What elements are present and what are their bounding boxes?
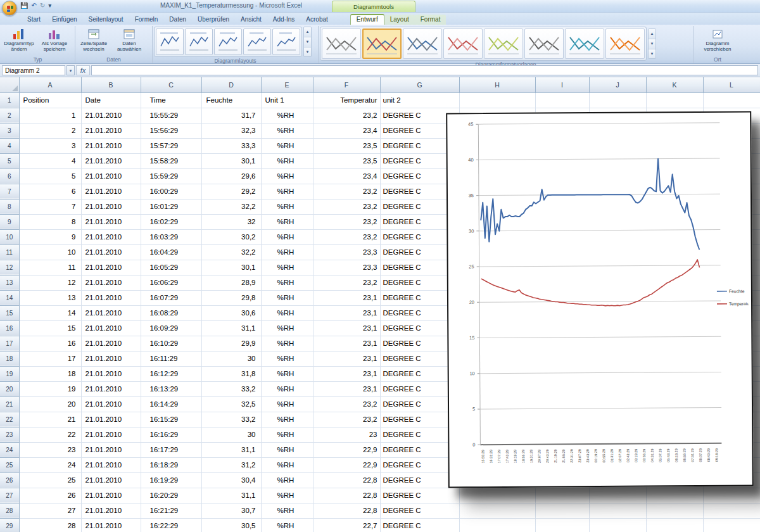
column-header-K[interactable]: K <box>646 77 703 92</box>
cell-I29[interactable] <box>535 518 589 532</box>
cell-E26[interactable]: %RH <box>261 472 313 488</box>
undo-icon[interactable]: ↶ <box>31 1 36 10</box>
column-header-I[interactable]: I <box>535 77 589 92</box>
switch-row-column-button[interactable]: Zeile/Spalte wechseln <box>77 27 111 56</box>
cell-A25[interactable]: 24 <box>19 457 81 472</box>
cell-E24[interactable]: %RH <box>261 442 313 457</box>
cell-F16[interactable]: 23,1 <box>313 320 380 336</box>
chart-layout-thumbnail[interactable] <box>243 28 271 55</box>
office-button[interactable] <box>2 1 17 16</box>
cell-B28[interactable]: 21.01.2010 <box>81 503 141 518</box>
cell-E19[interactable]: %RH <box>261 366 313 381</box>
row-header-22[interactable]: 22 <box>0 412 19 427</box>
cell-B21[interactable]: 21.01.2010 <box>81 396 141 412</box>
tab-start[interactable]: Start <box>22 15 46 25</box>
cell-F27[interactable]: 22,8 <box>313 488 380 503</box>
cell-F10[interactable]: 23,2 <box>313 229 380 244</box>
scroll-up-icon[interactable]: ▲ <box>649 29 656 39</box>
cell-D20[interactable]: 33,2 <box>201 381 261 396</box>
cell-E12[interactable]: %RH <box>261 260 313 275</box>
change-chart-type-button[interactable]: Diagrammtyp ändern <box>2 27 36 56</box>
cell-E9[interactable]: %RH <box>261 214 313 229</box>
cell-G26[interactable]: DEGREE C <box>380 472 459 488</box>
cell-F19[interactable]: 23,1 <box>313 366 380 381</box>
cell-B11[interactable]: 21.01.2010 <box>81 244 141 260</box>
cell-E7[interactable]: %RH <box>261 184 313 199</box>
cell-I1[interactable] <box>535 92 589 108</box>
cell-E3[interactable]: %RH <box>261 123 313 138</box>
row-header-5[interactable]: 5 <box>0 153 19 168</box>
cell-D1[interactable]: Feuchte <box>201 92 261 108</box>
cell-B19[interactable]: 21.01.2010 <box>81 366 141 381</box>
cell-A1[interactable]: Position <box>19 92 81 108</box>
cell-C18[interactable]: 16:11:29 <box>141 351 201 366</box>
cell-D27[interactable]: 31,1 <box>201 488 261 503</box>
cell-K1[interactable] <box>646 92 703 108</box>
row-header-1[interactable]: 1 <box>0 92 19 108</box>
cell-K28[interactable] <box>646 503 703 518</box>
cell-E18[interactable]: %RH <box>261 351 313 366</box>
cell-E22[interactable]: %RH <box>261 412 313 427</box>
scroll-down-icon[interactable]: ▼ <box>649 39 656 49</box>
cell-D11[interactable]: 32,2 <box>201 244 261 260</box>
cell-C26[interactable]: 16:19:29 <box>141 472 201 488</box>
cell-B9[interactable]: 21.01.2010 <box>81 214 141 229</box>
cell-D15[interactable]: 30,6 <box>201 305 261 320</box>
cell-C1[interactable]: Time <box>141 92 201 108</box>
row-header-28[interactable]: 28 <box>0 503 19 518</box>
redo-icon[interactable]: ↻ <box>40 1 45 10</box>
cell-A7[interactable]: 6 <box>19 184 81 199</box>
cell-B2[interactable]: 21.01.2010 <box>81 108 141 123</box>
cell-J28[interactable] <box>589 503 646 518</box>
cell-B5[interactable]: 21.01.2010 <box>81 153 141 168</box>
cell-F7[interactable]: 23,2 <box>313 184 380 199</box>
styles-gallery-scroll[interactable]: ▲ ▼ ▼ <box>648 28 656 59</box>
cell-D21[interactable]: 32,5 <box>201 396 261 412</box>
insert-function-button[interactable]: fx <box>76 65 90 75</box>
cell-B4[interactable]: 21.01.2010 <box>81 138 141 153</box>
row-header-4[interactable]: 4 <box>0 138 19 153</box>
cell-C28[interactable]: 16:21:29 <box>141 503 201 518</box>
cell-C10[interactable]: 16:03:29 <box>141 229 201 244</box>
tab-acrobat[interactable]: Acrobat <box>300 15 333 25</box>
cell-E27[interactable]: %RH <box>261 488 313 503</box>
cell-A15[interactable]: 14 <box>19 305 81 320</box>
cell-D12[interactable]: 30,1 <box>201 260 261 275</box>
row-header-25[interactable]: 25 <box>0 457 19 472</box>
cell-F20[interactable]: 23,1 <box>313 381 380 396</box>
cell-B17[interactable]: 21.01.2010 <box>81 336 141 351</box>
cell-E21[interactable]: %RH <box>261 396 313 412</box>
chart-style-thumbnail-7[interactable] <box>565 28 604 59</box>
cell-F26[interactable]: 22,8 <box>313 472 380 488</box>
cell-C3[interactable]: 15:56:29 <box>141 123 201 138</box>
cell-A28[interactable]: 27 <box>19 503 81 518</box>
cell-D9[interactable]: 32 <box>201 214 261 229</box>
cell-C11[interactable]: 16:04:29 <box>141 244 201 260</box>
row-header-27[interactable]: 27 <box>0 488 19 503</box>
chart-style-thumbnail-1[interactable] <box>322 28 361 59</box>
scroll-down-icon[interactable]: ▼ <box>304 37 311 48</box>
cell-D22[interactable]: 33,2 <box>201 412 261 427</box>
cell-I28[interactable] <box>535 503 589 518</box>
cell-C17[interactable]: 16:10:29 <box>141 336 201 351</box>
cell-J27[interactable] <box>589 488 646 503</box>
chart-style-thumbnail-2[interactable] <box>362 28 402 59</box>
row-header-12[interactable]: 12 <box>0 260 19 275</box>
cell-A6[interactable]: 5 <box>19 168 81 184</box>
row-header-8[interactable]: 8 <box>0 199 19 214</box>
cell-F8[interactable]: 23,2 <box>313 199 380 214</box>
cell-F3[interactable]: 23,4 <box>313 123 380 138</box>
cell-E8[interactable]: %RH <box>261 199 313 214</box>
cell-C6[interactable]: 15:59:29 <box>141 168 201 184</box>
cell-H29[interactable] <box>459 518 535 532</box>
cell-K29[interactable] <box>646 518 703 532</box>
cell-E23[interactable]: %RH <box>261 427 313 442</box>
cell-L1[interactable] <box>703 92 760 108</box>
cell-I27[interactable] <box>535 488 589 503</box>
cell-F23[interactable]: 23 <box>313 427 380 442</box>
cell-A14[interactable]: 13 <box>19 290 81 305</box>
cell-F14[interactable]: 23,1 <box>313 290 380 305</box>
cell-D6[interactable]: 29,6 <box>201 168 261 184</box>
cell-E6[interactable]: %RH <box>261 168 313 184</box>
cell-B8[interactable]: 21.01.2010 <box>81 199 141 214</box>
